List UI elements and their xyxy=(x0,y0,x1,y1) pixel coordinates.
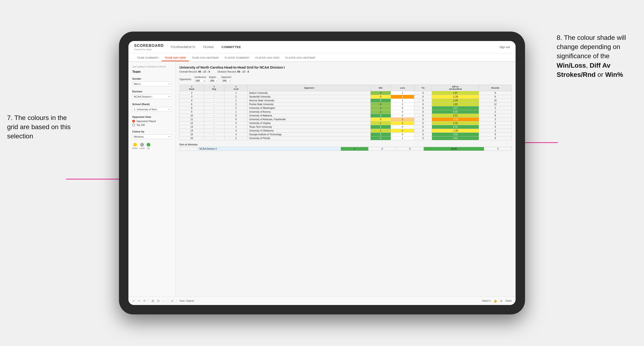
sidebar-colour-by-section: Colour by Win/loss xyxy=(132,130,172,139)
share-button[interactable]: Share xyxy=(506,300,512,302)
cell-opponent: Vanderbilt University xyxy=(248,95,371,99)
cell-tie: 0 xyxy=(414,125,432,129)
cell-win: 1 xyxy=(371,106,391,110)
table-row: 12 - 3 University of Virginia 1 2 0 2.33… xyxy=(180,121,512,125)
table-row: 9 - 1 University of Arizona 1 0 0 9.00 2 xyxy=(180,110,512,114)
cell-conf: 3 xyxy=(224,129,248,133)
cell-win: 4 xyxy=(371,103,391,106)
cell-reg: - xyxy=(204,133,224,137)
sidebar-gender-value[interactable]: Men's xyxy=(132,82,172,86)
cell-conf: 3 xyxy=(224,121,248,125)
ood-loss: 0 xyxy=(368,147,396,151)
cell-win: 0 xyxy=(371,95,391,99)
sidebar-colour-by-value[interactable]: Win/loss xyxy=(132,134,172,139)
annotation-right-sep1: , xyxy=(586,62,590,69)
cell-reg: - xyxy=(204,99,224,103)
cell-tie: 0 xyxy=(414,95,432,99)
ood-division-name: NCAA Division II xyxy=(198,147,341,151)
cell-conf: 4 xyxy=(224,133,248,137)
annotation-right-sep2: or xyxy=(596,71,605,78)
overall-record: Overall Record: 89 - 17 - 0 xyxy=(180,70,210,73)
radio-top100[interactable]: Top 100 xyxy=(132,124,172,126)
cell-rank: 10 xyxy=(180,114,204,118)
cell-conf: 6 xyxy=(224,118,248,121)
legend-label-down: Down xyxy=(132,147,138,150)
subnav-team-h2h-heatmap[interactable]: TEAM H2H HEATMAP xyxy=(189,55,222,61)
subnav-team-h2h-grid[interactable]: TEAM H2H GRID xyxy=(162,55,189,61)
opponent-select[interactable]: (All) xyxy=(221,79,231,83)
nav-teams[interactable]: TEAMS xyxy=(203,44,214,50)
cell-loss: 0 xyxy=(391,106,414,110)
cell-win: 5 xyxy=(371,133,391,137)
cell-rank: 4 xyxy=(180,99,204,103)
subnav-player-h2h-grid[interactable]: PLAYER H2H GRID xyxy=(252,55,282,61)
cell-opponent: Florida State University xyxy=(248,103,371,106)
cell-diff: 9.00 xyxy=(432,110,479,114)
cell-win: 5 xyxy=(371,99,391,103)
table-body: 2 - 1 Auburn University 2 1 0 1.67 9 3 -… xyxy=(180,91,512,140)
table-row: 10 - 5 University of Alabama 3 0 0 2.61 … xyxy=(180,114,512,118)
subnav-player-h2h-heatmap[interactable]: PLAYER H2H HEATMAP xyxy=(282,55,318,61)
cell-tie: 0 xyxy=(414,114,432,118)
cell-opponent: Georgia Institute of Technology xyxy=(248,133,371,137)
ood-division-cell xyxy=(180,147,198,151)
sidebar-school-value[interactable]: 1. University of Nort... xyxy=(132,107,172,112)
cell-rank: 8 xyxy=(180,106,204,110)
thumbs-btn[interactable]: 👍 xyxy=(494,299,497,303)
data-table: #Rank #Reg #Conf Opponent Win Loss Tie D… xyxy=(180,85,512,140)
legend-dot-up xyxy=(146,143,150,147)
filter-conference: Conference (All) xyxy=(194,76,206,83)
refresh-button[interactable]: ↺ xyxy=(143,299,146,303)
table-row: 13 - 1 Texas Tech University 3 0 0 5.56 … xyxy=(180,125,512,129)
cell-diff: 5.56 xyxy=(432,125,479,129)
cell-win: 2 xyxy=(371,91,391,95)
conference-select[interactable]: (All) xyxy=(194,79,204,83)
out-of-division-row: NCAA Division II 1 0 0 26.00 3 xyxy=(180,147,512,151)
clock-btn[interactable]: ⊙ xyxy=(171,299,174,303)
ood-diff: 26.00 xyxy=(424,147,484,151)
sign-out-button[interactable]: Sign out xyxy=(498,45,510,49)
region-select[interactable]: (All) xyxy=(209,79,218,83)
nav-committee[interactable]: COMMITTEE xyxy=(222,44,241,50)
watch-button[interactable]: Watch ▾ xyxy=(482,300,491,302)
cell-opponent: University of Alabama xyxy=(248,114,371,118)
cell-rounds: 9 xyxy=(479,125,512,129)
cell-reg: - xyxy=(204,118,224,121)
grid-btn[interactable]: ⊞ xyxy=(152,299,154,303)
cell-rank: 12 xyxy=(180,121,204,125)
cell-rank: 16 xyxy=(180,137,204,140)
opponent-select-wrap: (All) xyxy=(221,79,231,83)
sidebar-division-label: Division xyxy=(132,90,172,93)
redo-button[interactable]: ↪ xyxy=(138,299,140,303)
radio-opponents-played[interactable]: Opponents Played xyxy=(132,120,172,123)
more-btn[interactable]: ··· xyxy=(162,299,165,303)
legend-label-up: Up xyxy=(147,147,150,150)
table-header: #Rank #Reg #Conf Opponent Win Loss Tie D… xyxy=(180,85,512,91)
cell-conf: 1 xyxy=(224,125,248,129)
cell-conf: 2 xyxy=(224,95,248,99)
overall-record-label: Overall Record: xyxy=(180,70,197,73)
cell-rounds: 8 xyxy=(479,95,512,99)
out-of-division: Out of division NCAA Division II 1 0 0 2… xyxy=(180,143,512,151)
cell-rank: 6 xyxy=(180,103,204,106)
cell-reg: - xyxy=(204,121,224,125)
layout-btn[interactable]: ⊡ xyxy=(157,299,160,303)
col-diff: Diff AvStrokes/Rnd xyxy=(432,85,479,91)
share-icon[interactable]: ⊕ xyxy=(500,299,502,303)
subnav-player-summary[interactable]: PLAYER SUMMARY xyxy=(222,55,252,61)
opponents-label: Opponents: xyxy=(180,78,192,81)
sidebar-division-section: Division NCAA Division I xyxy=(132,90,172,99)
undo-button[interactable]: ↩ xyxy=(132,299,135,303)
sidebar-division-value[interactable]: NCAA Division I xyxy=(132,94,172,99)
cell-conf: 1 xyxy=(224,99,248,103)
nav-tournaments[interactable]: TOURNAMENTS xyxy=(170,44,196,50)
sidebar-gender-label: Gender xyxy=(132,77,172,80)
cell-tie: 0 xyxy=(414,137,432,140)
subnav-team-summary[interactable]: TEAM SUMMARY xyxy=(134,55,162,61)
cell-opponent: University of Arizona xyxy=(248,110,371,114)
cell-rank: 2 xyxy=(180,91,204,95)
division-record: Division Record: 88 - 17 - 0 xyxy=(218,70,249,73)
cell-loss: 0 xyxy=(391,110,414,114)
cell-win: 3 xyxy=(371,114,391,118)
cell-diff: 1.83 xyxy=(432,103,479,106)
